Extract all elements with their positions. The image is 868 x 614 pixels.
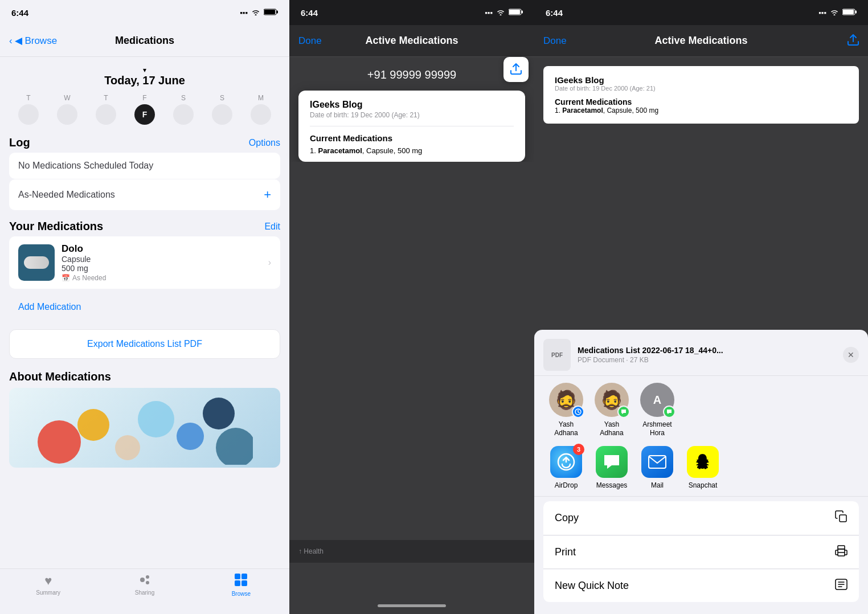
calendar-icon: 📅 — [62, 274, 70, 282]
tab-summary-label: Summary — [36, 590, 60, 596]
nav-title-p2: Active Medications — [365, 35, 458, 47]
snapchat-app-label: Snapchat — [689, 481, 718, 489]
cal-day-2[interactable]: T — [96, 94, 116, 125]
close-button[interactable]: ✕ — [843, 347, 859, 363]
quick-note-icon — [835, 579, 847, 593]
svg-rect-19 — [509, 10, 520, 14]
status-time-p3: 6:44 — [546, 8, 563, 18]
tab-browse[interactable]: Browse — [193, 574, 289, 597]
pdf-patient-name: IGeeks Blog — [310, 100, 514, 110]
pdf-file-icon: PDF — [543, 339, 571, 371]
contact-name-yash2: YashAdhana — [600, 420, 623, 437]
about-section: About Medications — [0, 363, 289, 470]
svg-point-6 — [138, 401, 174, 437]
app-item-airdrop[interactable]: 3 AirDrop — [543, 446, 589, 489]
svg-rect-26 — [840, 515, 846, 522]
tab-sharing[interactable]: Sharing — [96, 574, 193, 596]
contact-yash-1[interactable]: 🧔 YashAdhana — [543, 383, 589, 437]
share-icon-p2 — [510, 62, 522, 77]
print-action[interactable]: Print — [543, 536, 859, 569]
pdf-dob: Date of birth: 19 Dec 2000 (Age: 21) — [310, 111, 514, 119]
panel2-bg: ↑ Health — [289, 162, 534, 597]
nav-title-p3: Active Medications — [654, 35, 747, 47]
add-medication-button[interactable]: Add Medication — [9, 294, 280, 320]
status-bar-p2: 6:44 ▪▪▪ — [289, 0, 534, 25]
date-indicator: ▾ — [0, 66, 289, 74]
med-info: Dolo Capsule 500 mg 📅 As Needed — [62, 243, 261, 282]
home-indicator-p2 — [289, 597, 534, 614]
svg-rect-13 — [235, 574, 240, 579]
about-banner — [9, 388, 280, 468]
battery-icon-p3 — [842, 9, 857, 17]
tab-sharing-label: Sharing — [135, 590, 154, 596]
svg-rect-22 — [843, 10, 854, 14]
airdrop-badge — [572, 406, 584, 418]
status-icons-p2: ▪▪▪ — [485, 9, 523, 17]
status-time-p1: 6:44 — [11, 8, 28, 18]
svg-point-9 — [216, 428, 253, 465]
panel-share-sheet: 6:44 ▪▪▪ Done Active Medications IGeeks … — [534, 0, 868, 614]
cal-day-4[interactable]: S — [173, 94, 194, 125]
airdrop-badge-num: 3 — [573, 444, 584, 455]
share-button-p2[interactable] — [503, 57, 529, 82]
svg-point-7 — [177, 423, 204, 450]
svg-rect-27 — [838, 552, 845, 556]
share-sheet: PDF Medications List 2022-06-17 18_44+0.… — [534, 330, 868, 614]
mail-app-label: Mail — [651, 481, 664, 489]
mail-app-icon — [641, 446, 673, 478]
calendar-row: T W T F F S S M — [0, 92, 289, 129]
contact-name-arshmeet: ArshmeetHora — [642, 420, 672, 437]
svg-rect-16 — [241, 580, 247, 586]
share-button-p3[interactable] — [847, 33, 859, 48]
med-dose: 500 mg — [62, 264, 261, 273]
heart-icon: ♥ — [44, 574, 52, 588]
p3-name: IGeeks Blog — [555, 75, 847, 85]
cal-day-6[interactable]: M — [251, 94, 271, 125]
log-section-header: Log Options — [0, 129, 289, 153]
contact-yash-2[interactable]: 🧔 YashAdhana — [589, 383, 634, 437]
svg-rect-1 — [277, 10, 279, 13]
contact-avatar-arshmeet: A — [640, 383, 674, 417]
export-pdf-button[interactable]: Export Medications List PDF — [9, 329, 280, 359]
app-item-snapchat[interactable]: Snapchat — [680, 446, 726, 489]
cal-day-0[interactable]: T — [18, 94, 39, 125]
edit-button[interactable]: Edit — [264, 222, 280, 232]
p3-meds-title: Current Medications — [555, 97, 847, 107]
cal-day-5[interactable]: S — [212, 94, 232, 125]
app-item-messages[interactable]: Messages — [589, 446, 634, 489]
tab-bar: ♥ Summary Sharing Browse — [0, 568, 289, 614]
p3-dob: Date of birth: 19 Dec 2000 (Age: 21) — [555, 85, 847, 92]
status-icons-p1: ▪▪▪ — [240, 9, 278, 17]
as-needed-add-icon[interactable]: + — [264, 187, 271, 202]
health-logo-p2: ↑ Health — [298, 547, 324, 555]
messages-app-label: Messages — [596, 481, 628, 489]
cal-day-3-friday[interactable]: F F — [134, 94, 155, 125]
pdf-header: IGeeks Blog Date of birth: 19 Dec 2000 (… — [298, 91, 525, 126]
quick-note-label: New Quick Note — [555, 580, 835, 592]
pdf-preview-card: IGeeks Blog Date of birth: 19 Dec 2000 (… — [298, 91, 525, 162]
done-button-p3[interactable]: Done — [543, 35, 567, 47]
contact-avatar-yash2: 🧔 — [595, 383, 629, 417]
svg-point-4 — [77, 409, 109, 441]
quick-note-action[interactable]: New Quick Note — [543, 570, 859, 602]
as-needed-item[interactable]: As-Needed Medications + — [9, 179, 280, 210]
options-button[interactable]: Options — [249, 138, 280, 148]
status-bar-p1: 6:44 ▪▪▪ — [0, 0, 289, 25]
med-name: Dolo — [62, 243, 261, 255]
filesize: PDF Document · 27 KB — [578, 356, 836, 364]
contact-arshmeet[interactable]: A ArshmeetHora — [634, 383, 680, 437]
copy-action[interactable]: Copy — [543, 501, 859, 535]
battery-icon — [264, 9, 278, 17]
nav-bar-p3: Done Active Medications — [534, 25, 868, 57]
done-button-p2[interactable]: Done — [298, 35, 322, 47]
back-button-p1[interactable]: ‹ ◀ Browse — [9, 35, 57, 47]
health-footer-p2: ↑ Health — [289, 540, 534, 563]
battery-icon-p2 — [509, 9, 523, 17]
app-item-mail[interactable]: Mail — [634, 446, 680, 489]
medication-card-dolo[interactable]: Dolo Capsule 500 mg 📅 As Needed › — [9, 236, 280, 289]
svg-rect-15 — [235, 580, 240, 586]
tab-summary[interactable]: ♥ Summary — [0, 574, 96, 596]
signal-icon-p3: ▪▪▪ — [818, 9, 826, 17]
cal-day-1[interactable]: W — [57, 94, 77, 125]
svg-rect-21 — [855, 10, 857, 13]
